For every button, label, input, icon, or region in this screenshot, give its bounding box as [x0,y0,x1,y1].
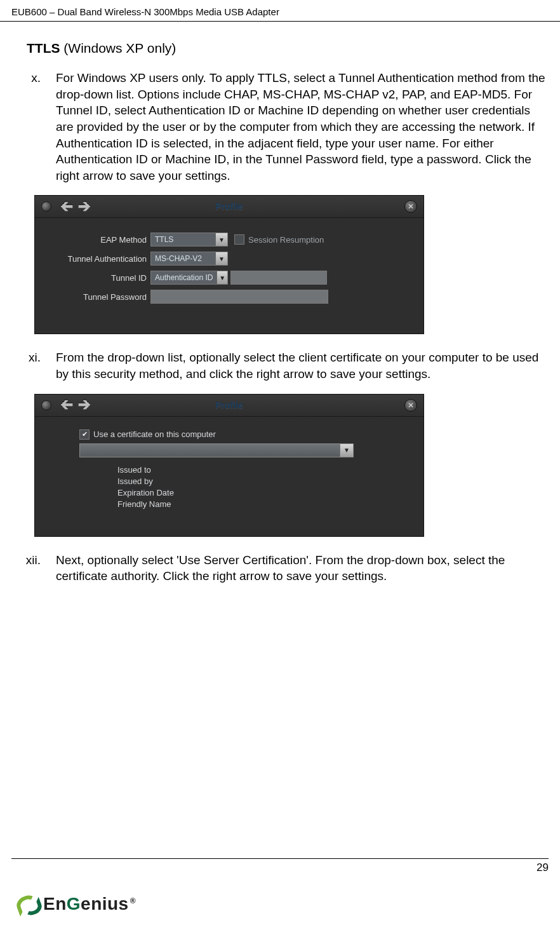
list-body: From the drop-down list, optionally sele… [56,349,546,382]
eap-method-select[interactable]: TTLS ▼ [150,233,228,246]
brand-text-en: En [43,894,67,914]
brand-text-rest: enius [81,894,129,914]
product-title: EUB600 – Dual Band Wireless-N 300Mbps Me… [11,6,279,17]
dialog-title: Profile [215,201,243,212]
session-resumption-label: Session Resumption [248,235,324,245]
brand-registered-icon: ® [130,896,136,905]
tunnel-auth-value: MS-CHAP-V2 [151,254,215,263]
list-item-xi: xi. From the drop-down list, optionally … [14,349,546,382]
section-title-rest: (Windows XP only) [60,41,177,55]
eap-method-label: EAP Method [46,235,150,245]
forward-arrow-icon[interactable]: 🡪 [78,199,91,214]
use-certificate-label: Use a certificate on this computer [93,429,216,439]
expiration-date-label: Expiration Date [117,488,412,497]
friendly-name-label: Friendly Name [117,499,412,509]
list-marker: xi. [14,349,56,382]
chevron-down-icon: ▼ [217,271,227,284]
list-item-x: x. For Windows XP users only. To apply T… [14,70,546,184]
forward-arrow-icon[interactable]: 🡪 [78,398,91,412]
screenshot-certificate-dialog: 🡨 🡪 Profile ✕ ✔ Use a certificate on thi… [34,394,546,537]
section-title-bold: TTLS [27,41,60,55]
list-marker: x. [14,70,56,184]
chevron-down-icon: ▼ [215,233,227,246]
chevron-down-icon: ▼ [215,252,227,265]
tunnel-id-label: Tunnel ID [46,273,150,283]
screenshot-ttls-dialog: 🡨 🡪 Profile ✕ EAP Method TTLS ▼ [34,195,546,334]
page-footer: 29 [11,858,549,874]
eap-method-value: TTLS [151,235,215,244]
page-number: 29 [537,861,549,874]
tunnel-password-label: Tunnel Password [46,292,150,302]
back-arrow-icon[interactable]: 🡨 [60,398,73,412]
dialog-titlebar: 🡨 🡪 Profile ✕ [35,196,423,218]
page-header: EUB600 – Dual Band Wireless-N 300Mbps Me… [0,0,560,22]
tunnel-id-input[interactable] [230,271,327,285]
status-dot-icon [41,400,51,410]
back-arrow-icon[interactable]: 🡨 [60,199,73,214]
tunnel-id-select[interactable]: Authentication ID ▼ [150,271,228,285]
brand-logo: EnGenius® [15,892,136,916]
issued-by-label: Issued by [117,476,412,486]
close-icon[interactable]: ✕ [404,399,417,412]
dialog-title: Profile [215,400,243,410]
status-dot-icon [41,201,51,212]
use-certificate-checkbox[interactable]: ✔ [79,429,90,440]
dialog-titlebar: 🡨 🡪 Profile ✕ [35,395,423,417]
certificate-select[interactable]: ▼ [79,443,354,457]
section-title: TTLS (Windows XP only) [27,41,546,56]
list-item-xii: xii. Next, optionally select 'Use Server… [14,552,546,584]
chevron-down-icon: ▼ [340,444,353,457]
brand-swoosh-icon [15,892,42,916]
session-resumption-checkbox[interactable] [234,234,244,245]
list-marker: xii. [14,552,56,584]
tunnel-auth-select[interactable]: MS-CHAP-V2 ▼ [150,252,228,266]
tunnel-password-input[interactable] [150,290,328,304]
tunnel-id-value: Authentication ID [151,273,217,282]
brand-text-g: G [67,894,81,914]
tunnel-auth-label: Tunnel Authentication [46,254,150,264]
close-icon[interactable]: ✕ [404,200,417,213]
list-body: Next, optionally select 'Use Server Cert… [56,552,546,584]
issued-to-label: Issued to [117,465,412,475]
list-body: For Windows XP users only. To apply TTLS… [56,70,546,184]
